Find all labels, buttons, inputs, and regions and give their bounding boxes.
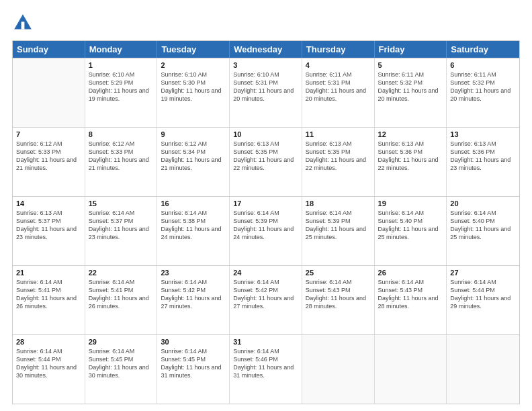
day-cell-26: 26Sunrise: 6:14 AMSunset: 5:43 PMDayligh… [375,266,447,334]
day-info: Sunrise: 6:14 AMSunset: 5:40 PMDaylight:… [450,209,516,242]
day-info: Sunrise: 6:14 AMSunset: 5:44 PMDaylight:… [450,278,516,311]
svg-rect-2 [21,21,25,29]
day-cell-30: 30Sunrise: 6:14 AMSunset: 5:45 PMDayligh… [157,335,230,404]
calendar-header: SundayMondayTuesdayWednesdayThursdayFrid… [13,41,519,58]
day-number: 24 [233,269,298,277]
logo-icon [12,12,34,34]
day-info: Sunrise: 6:14 AMSunset: 5:38 PMDaylight:… [161,209,226,242]
day-number: 28 [16,338,81,346]
day-number: 6 [450,61,516,69]
day-info: Sunrise: 6:11 AMSunset: 5:32 PMDaylight:… [450,71,516,103]
day-number: 9 [161,130,226,138]
empty-cell [375,335,447,404]
day-cell-28: 28Sunrise: 6:14 AMSunset: 5:44 PMDayligh… [13,335,85,404]
day-header-tuesday: Tuesday [157,41,230,58]
day-cell-21: 21Sunrise: 6:14 AMSunset: 5:41 PMDayligh… [13,266,85,334]
day-cell-14: 14Sunrise: 6:13 AMSunset: 5:37 PMDayligh… [13,197,85,265]
week-row-4: 21Sunrise: 6:14 AMSunset: 5:41 PMDayligh… [13,265,519,334]
day-number: 14 [16,199,81,208]
day-cell-18: 18Sunrise: 6:14 AMSunset: 5:39 PMDayligh… [302,197,375,265]
day-cell-11: 11Sunrise: 6:13 AMSunset: 5:35 PMDayligh… [302,128,375,196]
day-number: 13 [450,130,516,138]
day-number: 20 [450,199,516,208]
day-number: 29 [89,338,154,346]
day-number: 16 [161,199,226,208]
day-info: Sunrise: 6:14 AMSunset: 5:37 PMDaylight:… [89,209,154,242]
day-info: Sunrise: 6:12 AMSunset: 5:33 PMDaylight:… [89,140,154,173]
empty-cell [13,58,85,127]
day-info: Sunrise: 6:12 AMSunset: 5:34 PMDaylight:… [161,140,226,173]
day-number: 2 [161,61,226,69]
empty-cell [302,335,375,404]
calendar-body: 1Sunrise: 6:10 AMSunset: 5:29 PMDaylight… [13,58,519,404]
day-cell-3: 3Sunrise: 6:10 AMSunset: 5:31 PMDaylight… [230,58,302,127]
page: SundayMondayTuesdayWednesdayThursdayFrid… [0,0,532,411]
day-cell-7: 7Sunrise: 6:12 AMSunset: 5:33 PMDaylight… [13,128,85,196]
day-info: Sunrise: 6:10 AMSunset: 5:30 PMDaylight:… [161,71,226,103]
day-header-thursday: Thursday [302,41,375,58]
day-cell-13: 13Sunrise: 6:13 AMSunset: 5:36 PMDayligh… [447,128,519,196]
day-cell-23: 23Sunrise: 6:14 AMSunset: 5:42 PMDayligh… [157,266,230,334]
day-cell-15: 15Sunrise: 6:14 AMSunset: 5:37 PMDayligh… [85,197,158,265]
day-header-saturday: Saturday [447,41,519,58]
day-cell-19: 19Sunrise: 6:14 AMSunset: 5:40 PMDayligh… [375,197,447,265]
day-cell-9: 9Sunrise: 6:12 AMSunset: 5:34 PMDaylight… [157,128,230,196]
day-info: Sunrise: 6:13 AMSunset: 5:35 PMDaylight:… [306,140,371,173]
day-cell-31: 31Sunrise: 6:14 AMSunset: 5:46 PMDayligh… [230,335,302,404]
day-number: 12 [378,130,443,138]
day-info: Sunrise: 6:13 AMSunset: 5:36 PMDaylight:… [450,140,516,173]
day-number: 22 [89,269,154,277]
day-cell-29: 29Sunrise: 6:14 AMSunset: 5:45 PMDayligh… [85,335,158,404]
week-row-5: 28Sunrise: 6:14 AMSunset: 5:44 PMDayligh… [13,334,519,404]
day-info: Sunrise: 6:10 AMSunset: 5:31 PMDaylight:… [233,71,298,103]
day-info: Sunrise: 6:14 AMSunset: 5:43 PMDaylight:… [378,278,443,311]
day-number: 21 [16,269,81,277]
day-number: 4 [306,61,371,69]
day-info: Sunrise: 6:10 AMSunset: 5:29 PMDaylight:… [89,71,154,103]
day-info: Sunrise: 6:13 AMSunset: 5:35 PMDaylight:… [233,140,298,173]
day-cell-20: 20Sunrise: 6:14 AMSunset: 5:40 PMDayligh… [447,197,519,265]
day-number: 15 [89,199,154,208]
day-info: Sunrise: 6:14 AMSunset: 5:39 PMDaylight:… [233,209,298,242]
logo-area [12,12,36,34]
day-number: 30 [161,338,226,346]
day-number: 25 [306,269,371,277]
day-info: Sunrise: 6:14 AMSunset: 5:44 PMDaylight:… [16,347,81,380]
day-info: Sunrise: 6:14 AMSunset: 5:41 PMDaylight:… [89,278,154,311]
day-info: Sunrise: 6:14 AMSunset: 5:40 PMDaylight:… [378,209,443,242]
day-info: Sunrise: 6:12 AMSunset: 5:33 PMDaylight:… [16,140,81,173]
day-info: Sunrise: 6:14 AMSunset: 5:45 PMDaylight:… [161,347,226,380]
day-number: 5 [378,61,443,69]
day-number: 17 [233,199,298,208]
week-row-2: 7Sunrise: 6:12 AMSunset: 5:33 PMDaylight… [13,127,519,196]
day-info: Sunrise: 6:14 AMSunset: 5:41 PMDaylight:… [16,278,81,311]
day-info: Sunrise: 6:11 AMSunset: 5:31 PMDaylight:… [306,71,371,103]
day-info: Sunrise: 6:14 AMSunset: 5:42 PMDaylight:… [161,278,226,311]
day-cell-8: 8Sunrise: 6:12 AMSunset: 5:33 PMDaylight… [85,128,158,196]
week-row-1: 1Sunrise: 6:10 AMSunset: 5:29 PMDaylight… [13,58,519,127]
day-number: 11 [306,130,371,138]
day-cell-10: 10Sunrise: 6:13 AMSunset: 5:35 PMDayligh… [230,128,302,196]
empty-cell [447,335,519,404]
day-header-wednesday: Wednesday [230,41,302,58]
day-number: 7 [16,130,81,138]
day-info: Sunrise: 6:14 AMSunset: 5:46 PMDaylight:… [233,347,298,380]
day-number: 1 [89,61,154,69]
day-cell-25: 25Sunrise: 6:14 AMSunset: 5:43 PMDayligh… [302,266,375,334]
day-header-monday: Monday [85,41,158,58]
day-info: Sunrise: 6:11 AMSunset: 5:32 PMDaylight:… [378,71,443,103]
day-number: 23 [161,269,226,277]
day-cell-4: 4Sunrise: 6:11 AMSunset: 5:31 PMDaylight… [302,58,375,127]
day-cell-17: 17Sunrise: 6:14 AMSunset: 5:39 PMDayligh… [230,197,302,265]
day-info: Sunrise: 6:13 AMSunset: 5:36 PMDaylight:… [378,140,443,173]
day-number: 31 [233,338,298,346]
day-number: 8 [89,130,154,138]
day-info: Sunrise: 6:14 AMSunset: 5:43 PMDaylight:… [306,278,371,311]
day-info: Sunrise: 6:13 AMSunset: 5:37 PMDaylight:… [16,209,81,242]
day-number: 10 [233,130,298,138]
day-info: Sunrise: 6:14 AMSunset: 5:45 PMDaylight:… [89,347,154,380]
day-cell-6: 6Sunrise: 6:11 AMSunset: 5:32 PMDaylight… [447,58,519,127]
day-cell-16: 16Sunrise: 6:14 AMSunset: 5:38 PMDayligh… [157,197,230,265]
day-number: 18 [306,199,371,208]
day-info: Sunrise: 6:14 AMSunset: 5:39 PMDaylight:… [306,209,371,242]
